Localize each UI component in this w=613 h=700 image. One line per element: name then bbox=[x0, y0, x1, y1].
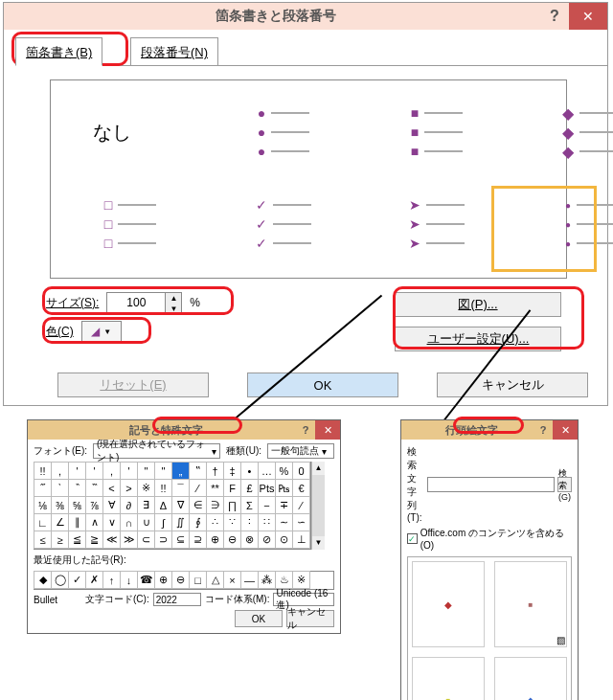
char-cell[interactable]: ‵ bbox=[51, 479, 69, 497]
recent-char[interactable]: × bbox=[223, 571, 241, 589]
char-cell[interactable]: ≦ bbox=[68, 531, 86, 549]
char-cell[interactable]: ¯ bbox=[171, 479, 190, 497]
recent-char[interactable]: ⊖ bbox=[171, 571, 190, 589]
customize-button[interactable]: ユーザー設定(U)... bbox=[395, 327, 561, 351]
char-cell[interactable]: ∠ bbox=[51, 513, 69, 531]
color-picker-button[interactable]: ◢ ▼ bbox=[81, 321, 122, 342]
tab-numbers[interactable]: 段落番号(N) bbox=[130, 37, 218, 66]
search-button[interactable]: 検索(G) bbox=[557, 477, 572, 492]
char-cell[interactable]: < bbox=[102, 479, 121, 497]
close-button[interactable]: ✕ bbox=[315, 420, 340, 440]
char-cell[interactable]: Pts bbox=[258, 479, 276, 497]
help-button[interactable]: ? bbox=[540, 8, 569, 25]
char-cell[interactable]: ∇ bbox=[171, 496, 190, 514]
char-cell[interactable]: ∽ bbox=[292, 513, 310, 531]
char-cell[interactable]: ※ bbox=[137, 479, 155, 497]
char-cell[interactable]: ≪ bbox=[102, 531, 121, 549]
recent-char[interactable]: ↑ bbox=[102, 571, 121, 589]
titlebar[interactable]: 行頭絵文字 ? ✕ bbox=[401, 420, 578, 440]
char-cell[interactable]: ‡ bbox=[223, 462, 241, 480]
char-cell[interactable]: Δ bbox=[154, 496, 172, 514]
picture-item[interactable]: ◆ bbox=[412, 561, 485, 647]
char-cell[interactable]: ∧ bbox=[85, 513, 103, 531]
char-cell[interactable]: ⅜ bbox=[51, 496, 69, 514]
char-cell[interactable]: ⁄ bbox=[189, 479, 207, 497]
recent-char[interactable]: ☎ bbox=[137, 571, 155, 589]
code-input[interactable] bbox=[153, 593, 201, 606]
char-cell[interactable]: ⊆ bbox=[171, 531, 190, 549]
char-cell[interactable]: !! bbox=[154, 479, 172, 497]
recent-char[interactable]: ✓ bbox=[68, 571, 86, 589]
char-cell[interactable]: % bbox=[275, 462, 293, 480]
tab-bullets[interactable]: 箇条書き(B) bbox=[15, 37, 102, 66]
recent-char[interactable]: — bbox=[240, 571, 259, 589]
char-cell[interactable]: ⊕ bbox=[206, 531, 224, 549]
ok-button[interactable]: OK bbox=[235, 610, 283, 627]
bullet-arrow[interactable]: ➤ ➤ ➤ bbox=[394, 195, 480, 253]
bullet-diamond[interactable]: ◆ ◆ ◆ bbox=[547, 103, 613, 161]
char-cell[interactable]: ≫ bbox=[120, 531, 138, 549]
help-button[interactable]: ? bbox=[534, 424, 553, 436]
close-button[interactable]: ✕ bbox=[569, 3, 607, 30]
char-cell[interactable]: ∫ bbox=[154, 513, 172, 531]
char-cell[interactable]: , bbox=[51, 462, 69, 480]
picture-item[interactable]: ■▧ bbox=[494, 561, 567, 647]
char-cell[interactable]: † bbox=[206, 462, 224, 480]
search-input[interactable] bbox=[427, 477, 555, 492]
char-grid[interactable]: !!,'','""„‟†‡•…%0‴‵‶‷<>※!!¯⁄**F₤Pts₧€⅛⅜⅝… bbox=[34, 462, 311, 550]
font-select[interactable]: (現在選択されているフォント) ▾ bbox=[93, 443, 220, 459]
char-cell[interactable]: − bbox=[258, 496, 276, 514]
char-cell[interactable]: ₤ bbox=[240, 479, 259, 497]
char-cell[interactable]: ∃ bbox=[137, 496, 155, 514]
recent-char[interactable]: ◯ bbox=[51, 571, 69, 589]
sys-select[interactable]: Unicode (16 進) bbox=[273, 593, 334, 606]
picture-item[interactable]: ◆ bbox=[494, 657, 567, 700]
char-cell[interactable]: ∶ bbox=[240, 513, 259, 531]
char-cell[interactable]: … bbox=[258, 462, 276, 480]
char-cell[interactable]: € bbox=[292, 479, 310, 497]
char-cell[interactable]: ‴ bbox=[34, 479, 52, 497]
titlebar[interactable]: 記号と特殊文字 ? ✕ bbox=[28, 420, 340, 440]
spin-up-icon[interactable]: ▲ bbox=[166, 293, 181, 304]
bullet-square[interactable]: ■ ■ ■ bbox=[394, 103, 480, 161]
recent-char[interactable]: ⁂ bbox=[258, 571, 276, 589]
char-cell[interactable]: ‶ bbox=[68, 479, 86, 497]
close-button[interactable]: ✕ bbox=[553, 420, 578, 440]
recent-char[interactable]: ♨ bbox=[275, 571, 293, 589]
char-cell[interactable]: ' bbox=[68, 462, 86, 480]
char-cell[interactable]: ∵ bbox=[223, 513, 241, 531]
char-cell[interactable]: ⊥ bbox=[292, 531, 310, 549]
char-cell[interactable]: ∮ bbox=[189, 513, 207, 531]
char-cell[interactable]: F bbox=[223, 479, 241, 497]
recent-char[interactable]: ⊕ bbox=[154, 571, 172, 589]
type-select[interactable]: 一般句読点 ▾ bbox=[267, 443, 334, 459]
cancel-button[interactable]: キャンセル bbox=[286, 610, 334, 627]
char-cell[interactable]: ∼ bbox=[275, 513, 293, 531]
recent-char[interactable]: ✗ bbox=[85, 571, 103, 589]
reset-button[interactable]: リセット(E) bbox=[57, 373, 209, 397]
char-cell[interactable]: ∪ bbox=[137, 513, 155, 531]
char-cell[interactable]: ⊘ bbox=[258, 531, 276, 549]
picture-button[interactable]: 図(P)... bbox=[395, 292, 561, 317]
char-cell[interactable]: ∓ bbox=[275, 496, 293, 514]
recent-char[interactable]: △ bbox=[206, 571, 224, 589]
picture-item[interactable]: ■ bbox=[412, 657, 485, 700]
bullet-disc[interactable]: ● ● ● bbox=[240, 103, 327, 161]
char-cell[interactable]: ∕ bbox=[292, 496, 310, 514]
char-cell[interactable]: „ bbox=[171, 462, 190, 480]
bullet-open-square[interactable]: □ □ □ bbox=[87, 195, 173, 253]
char-cell[interactable]: ≤ bbox=[34, 531, 52, 549]
char-cell[interactable]: ∷ bbox=[258, 513, 276, 531]
char-cell[interactable]: ∩ bbox=[120, 513, 138, 531]
char-cell[interactable]: !! bbox=[34, 462, 52, 480]
char-cell[interactable]: ∥ bbox=[68, 513, 86, 531]
char-cell[interactable]: ⅝ bbox=[68, 496, 86, 514]
char-cell[interactable]: ** bbox=[206, 479, 224, 497]
recent-char[interactable]: □ bbox=[189, 571, 207, 589]
char-cell[interactable]: ∬ bbox=[171, 513, 190, 531]
char-cell[interactable]: • bbox=[240, 462, 259, 480]
char-cell[interactable]: " bbox=[137, 462, 155, 480]
char-cell[interactable]: 0 bbox=[292, 462, 310, 480]
char-cell[interactable]: ⊙ bbox=[275, 531, 293, 549]
char-cell[interactable]: ∏ bbox=[223, 496, 241, 514]
